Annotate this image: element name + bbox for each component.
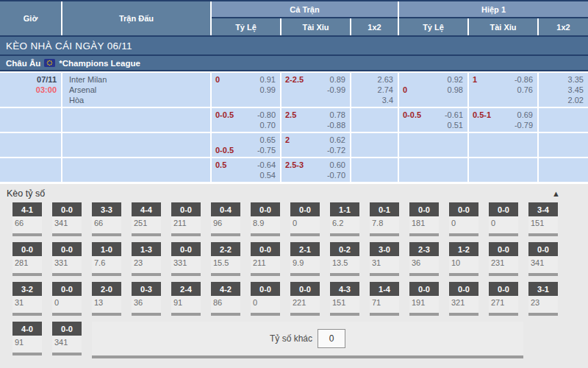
score-tile[interactable]: 1-1 6.2 <box>330 202 359 236</box>
score-label: 1-0 <box>92 242 121 256</box>
half-1x2-cell[interactable]: 3.353.452.02 <box>539 73 588 107</box>
score-tile[interactable]: 4-1 66 <box>12 202 42 236</box>
score-tile[interactable]: 2-1 9.9 <box>290 242 320 276</box>
half-overunder-cell[interactable] <box>469 133 537 157</box>
score-label: 0-4 <box>211 202 240 216</box>
full-handicap-cell[interactable]: 0.5-0.64 0.54 <box>212 158 280 182</box>
score-tile[interactable]: 0-0 331 <box>171 242 201 276</box>
score-tile[interactable]: 0-0 281 <box>12 242 42 276</box>
score-tile[interactable]: 0-0 0 <box>251 282 280 316</box>
score-tile[interactable]: 4-0 91 <box>12 322 42 358</box>
score-tile[interactable]: 2-2 15.5 <box>211 242 240 276</box>
1x2-odds-value: 3.45 <box>543 85 584 95</box>
score-tile[interactable]: 4-3 151 <box>330 282 359 316</box>
half-1x2-cell[interactable] <box>539 158 588 182</box>
score-odds-value: 251 <box>132 216 161 236</box>
half-handicap-cell[interactable]: 0.92 00.98 <box>399 73 467 107</box>
score-odds-value: 71 <box>370 296 399 316</box>
score-tile[interactable]: 0-0 271 <box>489 282 518 316</box>
odds-value: 0.69 <box>517 110 533 120</box>
odds-line: 0.51 <box>403 120 463 130</box>
score-tile[interactable]: 0-0 331 <box>52 242 82 276</box>
full-1x2-cell[interactable] <box>351 158 398 182</box>
score-odds-value: 0 <box>489 216 518 236</box>
score-tile[interactable]: 0-0 321 <box>449 282 478 316</box>
half-1x2-cell[interactable] <box>539 133 588 157</box>
half-overunder-cell[interactable]: 0.5-10.69 -0.79 <box>469 108 537 132</box>
score-tile[interactable]: 2-0 13 <box>92 282 121 316</box>
full-overunder-cell[interactable]: 2.5-30.60 -0.70 <box>282 158 350 182</box>
half-1x2-cell[interactable] <box>539 108 588 132</box>
full-1x2-cell[interactable] <box>351 133 398 157</box>
team-name[interactable]: Hòa <box>69 95 207 105</box>
score-odds-value: 0 <box>449 216 478 236</box>
score-tile[interactable]: 0-0 0 <box>489 202 518 236</box>
col-subheader-full-handicap: Tỷ Lệ <box>212 18 280 35</box>
score-odds-value: 96 <box>211 216 240 236</box>
score-tile[interactable]: 0-0 0 <box>290 202 320 236</box>
score-tile[interactable]: 0-0 8.9 <box>251 202 280 236</box>
score-label: 3-2 <box>12 282 42 296</box>
half-overunder-cell[interactable]: 1-0.86 0.76 <box>469 73 537 107</box>
score-tile[interactable]: 3-0 31 <box>370 242 399 276</box>
full-overunder-cell[interactable]: 2.50.78 -0.88 <box>282 108 350 132</box>
score-tile[interactable]: 4-4 251 <box>132 202 161 236</box>
half-handicap-cell[interactable]: 0-0.5-0.61 0.51 <box>399 108 467 132</box>
score-label: 0-0 <box>52 322 82 336</box>
score-tile[interactable]: 1-3 23 <box>132 242 161 276</box>
full-1x2-cell[interactable] <box>351 108 398 132</box>
score-tile[interactable]: 0-0 341 <box>52 202 82 236</box>
team-name[interactable]: Inter Milan <box>69 74 207 85</box>
day-title: KÈO NHÀ CÁI NGÀY 06/11 <box>6 40 132 52</box>
odds-value: 0.62 <box>330 135 345 145</box>
score-tile[interactable]: 2-4 91 <box>171 282 201 316</box>
score-tile[interactable]: 4-2 86 <box>211 282 240 316</box>
collapse-arrow-icon[interactable]: ▲ <box>552 189 560 198</box>
odds-value: 0.60 <box>330 160 345 170</box>
half-overunder-cell[interactable] <box>469 158 537 182</box>
odds-value: 0.98 <box>448 85 463 95</box>
score-tile[interactable]: 0-0 211 <box>251 242 280 276</box>
score-label: 0-0 <box>409 202 439 216</box>
col-subheader-half-1x2: 1x2 <box>539 18 588 35</box>
score-tile[interactable]: 1-4 71 <box>370 282 399 316</box>
full-1x2-cell[interactable]: 2.632.743.4 <box>351 73 398 107</box>
full-handicap-cell[interactable]: 0-0.5-0.80 0.70 <box>212 108 280 132</box>
full-overunder-cell[interactable]: 20.62 -0.72 <box>282 133 350 157</box>
full-handicap-cell[interactable]: 00.91 0.99 <box>212 73 280 107</box>
team-name[interactable]: Arsenal <box>69 85 207 95</box>
score-tile[interactable]: 3-2 31 <box>12 282 42 316</box>
score-tile[interactable]: 0-0 231 <box>489 242 518 276</box>
time-cell <box>0 158 61 182</box>
odds-line: 0.92 <box>403 74 463 85</box>
score-tile[interactable]: 0-0 211 <box>171 202 201 236</box>
score-tile[interactable]: 3-4 151 <box>528 202 558 236</box>
score-tile[interactable]: 3-3 66 <box>92 202 121 236</box>
half-handicap-cell[interactable] <box>399 158 467 182</box>
score-label: 2-0 <box>92 282 121 296</box>
score-odds-value: 341 <box>52 336 82 355</box>
half-handicap-cell[interactable] <box>399 133 467 157</box>
other-score-input[interactable] <box>318 329 345 348</box>
score-tile[interactable]: 0-0 191 <box>409 282 439 316</box>
score-tile[interactable]: 0-0 0 <box>52 282 82 316</box>
score-tile[interactable]: 0-2 13.5 <box>330 242 359 276</box>
score-tile[interactable]: 0-1 7.8 <box>370 202 399 236</box>
league-bar[interactable]: Châu Âu *Champions League <box>0 56 588 71</box>
score-label: 0-0 <box>52 202 82 216</box>
score-tile[interactable]: 2-3 36 <box>409 242 439 276</box>
score-tile[interactable]: 0-0 341 <box>528 242 558 276</box>
score-tile[interactable]: 0-0 341 <box>52 322 82 358</box>
full-handicap-cell[interactable]: 0.65 0-0.5-0.75 <box>212 133 280 157</box>
score-tile[interactable]: 0-4 96 <box>211 202 240 236</box>
odds-value: -0.75 <box>257 145 276 155</box>
score-tile[interactable]: 1-2 10 <box>449 242 478 276</box>
odds-line: 0.54 <box>215 170 276 180</box>
score-tile[interactable]: 0-3 36 <box>132 282 161 316</box>
score-tile[interactable]: 3-1 23 <box>528 282 558 316</box>
score-tile[interactable]: 0-0 181 <box>409 202 439 236</box>
score-tile[interactable]: 0-0 221 <box>290 282 320 316</box>
full-overunder-cell[interactable]: 2-2.50.89 -0.99 <box>282 73 350 107</box>
score-tile[interactable]: 1-0 7.6 <box>92 242 121 276</box>
score-tile[interactable]: 0-0 0 <box>449 202 478 236</box>
